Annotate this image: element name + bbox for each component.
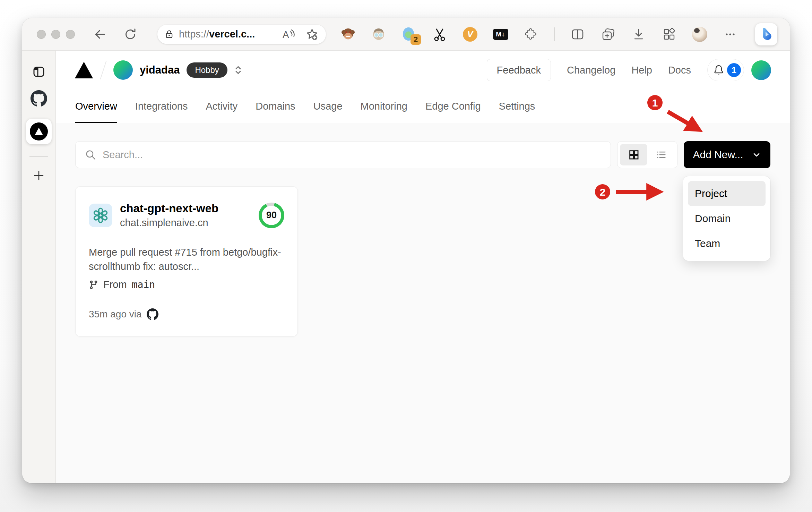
svg-text:A: A: [283, 29, 289, 40]
browser-profile-button[interactable]: [692, 27, 707, 42]
docs-link[interactable]: Docs: [668, 65, 691, 76]
user-avatar[interactable]: [751, 60, 771, 80]
dashboard-tabs: Overview Integrations Activity Domains U…: [56, 89, 790, 123]
downloads-button[interactable]: [631, 27, 646, 42]
tab-settings[interactable]: Settings: [499, 89, 535, 123]
user-profile-extension-icon[interactable]: [371, 27, 386, 42]
project-domain[interactable]: chat.simplenaive.cn: [120, 217, 218, 229]
download-icon: [631, 27, 646, 42]
feedback-button[interactable]: Feedback: [487, 59, 551, 81]
dropdown-item-domain[interactable]: Domain: [688, 206, 766, 231]
team-name[interactable]: yidadaa: [140, 64, 180, 76]
sidebar-panel-icon: [32, 65, 45, 78]
search-input[interactable]: [103, 149, 602, 161]
score-value: 90: [259, 203, 284, 228]
project-icon-tile: [89, 204, 112, 227]
vercel-app-icon: [30, 122, 48, 140]
split-screen-icon: [570, 27, 585, 42]
maximize-window-button[interactable]: [66, 30, 75, 39]
sidebar-toggle-button[interactable]: [32, 65, 45, 78]
project-name[interactable]: chat-gpt-next-web: [120, 202, 218, 215]
deployment-time: 35m ago via: [89, 309, 142, 320]
traffic-lights: [37, 30, 75, 39]
tab-activity[interactable]: Activity: [206, 89, 237, 123]
markdown-extension-icon[interactable]: M↓: [493, 27, 508, 42]
star-add-icon: [305, 27, 319, 41]
split-screen-button[interactable]: [570, 27, 585, 42]
add-favorite-button[interactable]: [305, 27, 319, 41]
read-aloud-button[interactable]: A: [282, 28, 295, 41]
add-new-button[interactable]: Add New...: [684, 141, 770, 168]
project-search[interactable]: [75, 141, 611, 168]
team-avatar[interactable]: [113, 60, 133, 80]
openai-logo-icon: [92, 206, 110, 224]
refresh-button[interactable]: [123, 27, 137, 41]
scissors-icon: [432, 27, 447, 42]
deployment-meta: 35m ago via: [89, 308, 284, 320]
tampermonkey-extension-icon[interactable]: [340, 27, 356, 42]
sidebar-divider: [29, 156, 48, 157]
orb-extension-icon[interactable]: 2: [401, 27, 417, 42]
add-new-label: Add New...: [693, 149, 743, 161]
profile-avatar: [692, 27, 707, 42]
vercel-dashboard: yidadaa Hobby Feedback Changelog Help Do…: [56, 51, 790, 483]
collections-button[interactable]: [601, 27, 616, 42]
branch-name[interactable]: main: [132, 279, 155, 290]
projects-toolbar: Add New...: [75, 141, 770, 168]
more-options-button[interactable]: [723, 27, 738, 42]
list-view-button[interactable]: [647, 144, 675, 165]
tab-usage[interactable]: Usage: [313, 89, 343, 123]
close-window-button[interactable]: [37, 30, 46, 39]
violentmonkey-icon: V: [463, 27, 477, 42]
url-text: https://vercel.c...: [179, 28, 282, 40]
person-glasses-icon: [371, 27, 386, 42]
help-link[interactable]: Help: [631, 65, 652, 76]
dropdown-item-project[interactable]: Project: [688, 181, 766, 206]
extension-icons-row: 2 V M↓: [340, 23, 777, 45]
minimize-window-button[interactable]: [51, 30, 60, 39]
copilot-button[interactable]: [755, 23, 777, 45]
score-ring[interactable]: 90: [259, 203, 284, 228]
screenshot-stage: https://vercel.c... A: [0, 0, 812, 512]
sidebar-item-vercel-active[interactable]: [26, 119, 52, 144]
apps-grid-icon: [662, 27, 677, 42]
back-button[interactable]: [93, 27, 107, 41]
github-icon: [31, 90, 47, 107]
view-toggle: [617, 141, 677, 168]
plus-icon: [32, 169, 46, 182]
notifications-button[interactable]: 1: [708, 59, 744, 81]
browser-toolbar: https://vercel.c... A: [22, 18, 790, 51]
github-source-icon: [147, 308, 158, 320]
plan-badge: Hobby: [187, 62, 227, 78]
tab-monitoring[interactable]: Monitoring: [361, 89, 407, 123]
tab-edge-config[interactable]: Edge Config: [425, 89, 481, 123]
extension-badge: 2: [411, 34, 421, 45]
violentmonkey-extension-icon[interactable]: V: [463, 27, 478, 42]
bell-icon: [713, 65, 724, 76]
sidebar-add-button[interactable]: [32, 169, 46, 182]
branch-row: From main: [89, 279, 284, 290]
grid-view-icon: [628, 149, 640, 161]
search-icon: [85, 149, 96, 161]
breadcrumb-slash: [100, 61, 106, 79]
changelog-link[interactable]: Changelog: [567, 65, 615, 76]
chevron-up-down-icon: [233, 64, 243, 76]
collections-icon: [601, 27, 616, 42]
vercel-logo[interactable]: [75, 62, 93, 78]
bing-icon: [759, 27, 774, 42]
commit-message[interactable]: Merge pull request #715 from betgo/bugfi…: [89, 245, 283, 273]
tab-integrations[interactable]: Integrations: [135, 89, 188, 123]
apps-launcher-button[interactable]: [662, 27, 677, 42]
scissors-extension-icon[interactable]: [432, 27, 447, 42]
team-switcher-button[interactable]: [233, 64, 243, 76]
address-bar[interactable]: https://vercel.c... A: [157, 25, 326, 44]
tab-domains[interactable]: Domains: [256, 89, 295, 123]
project-card[interactable]: chat-gpt-next-web chat.simplenaive.cn 90…: [75, 186, 298, 336]
dropdown-item-team[interactable]: Team: [688, 231, 766, 256]
sidebar-item-github[interactable]: [31, 90, 47, 107]
grid-view-button[interactable]: [620, 144, 647, 165]
extensions-menu-button[interactable]: [524, 27, 539, 42]
markdown-icon: M↓: [493, 29, 508, 40]
tab-overview[interactable]: Overview: [75, 89, 117, 123]
url-scheme: https://: [179, 28, 209, 40]
